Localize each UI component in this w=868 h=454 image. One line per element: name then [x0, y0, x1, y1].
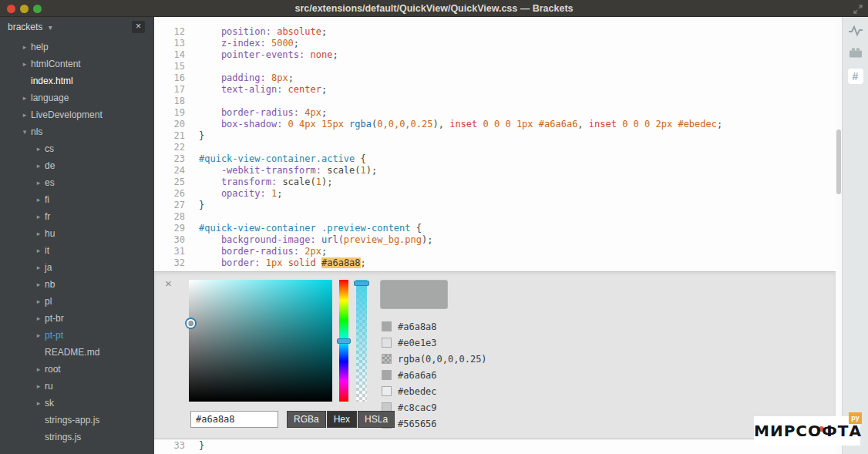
code-line[interactable]: 27}	[154, 200, 836, 211]
swatch-row[interactable]: #ebedec	[382, 383, 487, 399]
alpha-slider[interactable]	[356, 280, 367, 402]
close-icon[interactable]: ×	[165, 277, 172, 290]
live-preview-icon[interactable]	[848, 25, 863, 40]
tree-item-hu[interactable]: ▸hu	[0, 225, 154, 242]
maximize-button[interactable]	[33, 5, 42, 13]
tree-item-strings-app.js[interactable]: strings-app.js	[0, 412, 154, 429]
format-button-hsla[interactable]: HSLa	[358, 411, 395, 428]
code-line[interactable]: 14 pointer-events: none;	[154, 49, 836, 61]
folder-arrow-icon[interactable]: ▸	[34, 382, 43, 390]
code-line[interactable]: 16 padding: 8px;	[154, 72, 836, 84]
swatch-row[interactable]: #a6a6a6	[382, 367, 487, 383]
alpha-handle[interactable]	[354, 281, 369, 286]
format-button-hex[interactable]: Hex	[327, 411, 357, 428]
tree-item-README.md[interactable]: README.md	[0, 344, 154, 361]
minimize-button[interactable]	[20, 5, 29, 13]
code-line[interactable]: 22	[154, 142, 836, 153]
sidebar-close-button[interactable]: ×	[132, 21, 145, 33]
tree-item-language[interactable]: ▸language	[0, 89, 154, 106]
folder-arrow-icon[interactable]: ▸	[20, 111, 29, 119]
code-line[interactable]: 32 border: 1px solid #a6a8a8;	[154, 257, 836, 269]
code-line[interactable]: 12 position: absolute;	[154, 26, 836, 38]
code-line[interactable]: 24 -webkit-transform: scale(1);	[154, 165, 836, 177]
code-line[interactable]: 31 border-radius: 2px;	[154, 246, 836, 257]
tree-item-nls[interactable]: ▾nls	[0, 123, 154, 140]
color-swatch[interactable]	[382, 370, 392, 380]
tree-item-htmlContent[interactable]: ▸htmlContent	[0, 55, 154, 72]
folder-arrow-icon[interactable]: ▸	[34, 264, 43, 271]
tree-item-help[interactable]: ▸help	[0, 39, 154, 55]
tree-item-nb[interactable]: ▸nb	[0, 276, 154, 293]
folder-arrow-icon[interactable]: ▸	[34, 179, 43, 187]
folder-arrow-icon[interactable]: ▸	[34, 230, 43, 237]
folder-arrow-icon[interactable]: ▸	[20, 94, 29, 102]
tree-item-es[interactable]: ▸es	[0, 174, 154, 191]
tree-item-ru[interactable]: ▸ru	[0, 378, 154, 395]
code-editor[interactable]: 12 position: absolute;13 z-index: 5000;1…	[154, 17, 842, 454]
folder-arrow-icon[interactable]: ▸	[20, 60, 29, 68]
folder-arrow-icon[interactable]: ▸	[34, 247, 43, 254]
color-swatch[interactable]	[382, 321, 392, 331]
folder-open-arrow-icon[interactable]: ▾	[20, 128, 29, 136]
folder-arrow-icon[interactable]: ▸	[34, 365, 43, 373]
color-swatch[interactable]	[382, 386, 392, 396]
saturation-cursor[interactable]	[187, 319, 195, 328]
folder-arrow-icon[interactable]: ▸	[34, 331, 43, 339]
folder-arrow-icon[interactable]: ▸	[34, 314, 43, 322]
project-dropdown[interactable]: brackets ▾	[0, 17, 154, 37]
code-line[interactable]: 21}	[154, 130, 836, 142]
code-line[interactable]: 25 transform: scale(1);	[154, 177, 836, 188]
scrollbar-thumb[interactable]	[836, 129, 841, 194]
close-button[interactable]	[7, 5, 15, 13]
tree-item-pt-pt[interactable]: ▸pt-pt	[0, 327, 154, 344]
code-line[interactable]: 20 box-shadow: 0 4px 15px rgba(0,0,0,0.2…	[154, 119, 836, 130]
code-line[interactable]: 30 background-image: url(preview_bg.png)…	[154, 234, 836, 246]
swatch-row[interactable]: #e0e1e3	[382, 335, 487, 351]
folder-arrow-icon[interactable]: ▸	[34, 298, 43, 305]
folder-arrow-icon[interactable]: ▸	[34, 399, 43, 407]
code-line[interactable]: 13 z-index: 5000;	[154, 38, 836, 49]
code-line[interactable]: 19 border-radius: 4px;	[154, 107, 836, 119]
folder-arrow-icon[interactable]: ▸	[34, 145, 43, 153]
tree-item-de[interactable]: ▸de	[0, 157, 154, 174]
code-line[interactable]: 18	[154, 96, 836, 107]
swatch-row[interactable]: #c8cac9	[382, 399, 487, 415]
folder-arrow-icon[interactable]: ▸	[34, 196, 43, 203]
tree-item-cs[interactable]: ▸cs	[0, 140, 154, 157]
tree-item-index.html[interactable]: index.html	[0, 72, 154, 89]
color-swatch[interactable]	[382, 338, 392, 348]
color-swatch[interactable]	[382, 354, 392, 364]
swatch-row[interactable]: #a6a8a8	[382, 318, 487, 335]
code-line[interactable]: 26 opacity: 1;	[154, 188, 836, 200]
tree-item-pt-br[interactable]: ▸pt-br	[0, 310, 154, 327]
extension-manager-icon[interactable]	[849, 47, 863, 62]
tree-item-fi[interactable]: ▸fi	[0, 191, 154, 208]
code-line[interactable]: 15	[154, 61, 836, 72]
tree-item-fr[interactable]: ▸fr	[0, 208, 154, 225]
swatch-row[interactable]: #565656	[382, 415, 487, 432]
editor-scrollbar[interactable]	[836, 17, 842, 454]
code-line[interactable]: 33}	[154, 440, 836, 452]
tree-item-root[interactable]: ▸root	[0, 361, 154, 378]
format-button-rgba[interactable]: RGBa	[287, 411, 326, 428]
tree-item-pl[interactable]: ▸pl	[0, 293, 154, 310]
folder-arrow-icon[interactable]: ▸	[34, 162, 43, 170]
hue-handle[interactable]	[337, 338, 351, 344]
code-line[interactable]: 23#quick-view-container.active {	[154, 153, 836, 165]
tree-item-LiveDevelopment[interactable]: ▸LiveDevelopment	[0, 106, 154, 123]
tree-item-sk[interactable]: ▸sk	[0, 395, 154, 412]
color-value-input[interactable]	[190, 411, 278, 428]
tree-item-strings.js[interactable]: strings.js	[0, 429, 154, 446]
color-hash-icon[interactable]: #	[848, 69, 863, 84]
tree-item-ja[interactable]: ▸ja	[0, 259, 154, 276]
folder-arrow-icon[interactable]: ▸	[34, 213, 43, 220]
folder-arrow-icon[interactable]: ▸	[20, 43, 29, 51]
saturation-square[interactable]	[189, 280, 332, 402]
code-line[interactable]: 29#quick-view-container .preview-content…	[154, 223, 836, 234]
folder-arrow-icon[interactable]: ▸	[34, 281, 43, 288]
code-line[interactable]: 17 text-align: center;	[154, 84, 836, 96]
code-line[interactable]: 28	[154, 211, 836, 223]
hue-slider[interactable]	[339, 280, 348, 402]
tree-item-it[interactable]: ▸it	[0, 242, 154, 259]
swatch-row[interactable]: rgba(0,0,0,0.25)	[382, 351, 487, 367]
